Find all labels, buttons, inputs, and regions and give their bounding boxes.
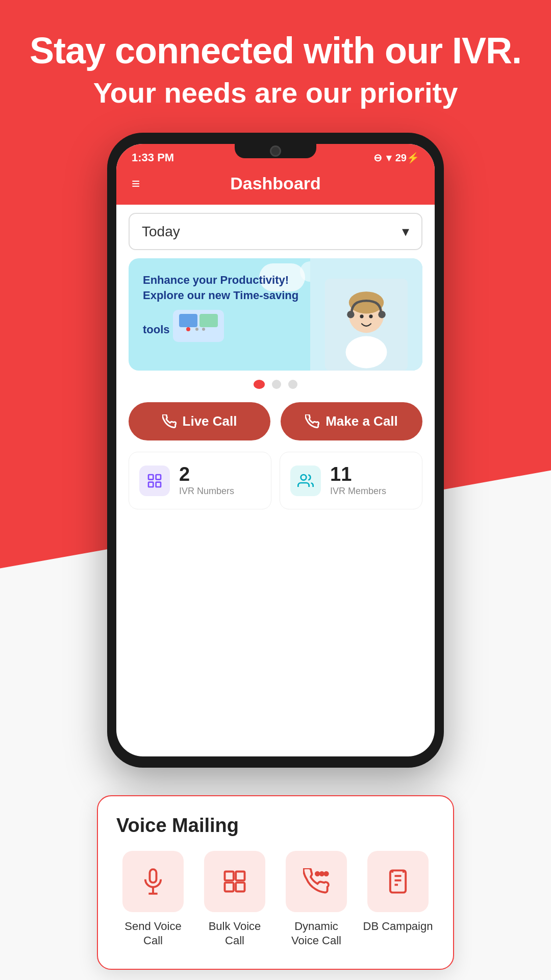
- ivr-members-label: IVR Members: [330, 486, 386, 497]
- stat-ivr-members: 11 IVR Members: [280, 452, 422, 509]
- ivr-members-count: 11: [330, 464, 386, 484]
- svg-rect-13: [148, 475, 153, 479]
- phone-screen: 1:33 PM ⊖ ▾ 29⚡ ≡ Dashboard Today ▾: [116, 144, 435, 756]
- vm-dynamic-voice-call[interactable]: Dynamic Voice Call: [280, 851, 353, 948]
- ivr-numbers-count: 2: [179, 464, 234, 484]
- svg-point-17: [301, 475, 307, 480]
- db-campaign-label: DB Campaign: [363, 919, 433, 934]
- battery-icon: 29⚡: [395, 152, 419, 164]
- bulk-voice-call-icon: [204, 851, 265, 912]
- dnd-icon: ⊖: [373, 152, 382, 164]
- svg-point-2: [186, 327, 190, 331]
- voice-mailing-section: Voice Mailing Send Voice Call: [97, 795, 454, 970]
- banner-image: [310, 258, 422, 371]
- svg-rect-15: [148, 482, 153, 486]
- dot-2[interactable]: [272, 380, 281, 389]
- svg-point-6: [346, 336, 387, 369]
- wifi-icon: ▾: [386, 152, 391, 164]
- voice-mailing-grid: Send Voice Call Bulk Voice Call: [116, 851, 435, 948]
- svg-rect-1: [199, 314, 218, 327]
- svg-point-12: [369, 314, 372, 318]
- svg-rect-14: [156, 475, 161, 479]
- dropdown-value: Today: [142, 224, 180, 240]
- live-call-label: Live Call: [183, 413, 237, 429]
- hero-section: Stay connected with our IVR. Your needs …: [0, 31, 551, 109]
- svg-rect-0: [179, 314, 197, 327]
- hero-line1: Stay connected with our IVR.: [20, 31, 531, 71]
- svg-point-9: [347, 311, 354, 318]
- svg-point-26: [316, 872, 319, 875]
- svg-point-10: [378, 311, 385, 318]
- bulk-voice-call-label: Bulk Voice Call: [198, 919, 271, 948]
- dynamic-voice-call-label: Dynamic Voice Call: [280, 919, 353, 948]
- voice-mailing-card: Voice Mailing Send Voice Call: [97, 795, 454, 970]
- hero-line2: Your needs are our priority: [20, 76, 531, 109]
- app-title: Dashboard: [230, 174, 321, 193]
- svg-rect-22: [225, 883, 234, 891]
- dot-3[interactable]: [288, 380, 297, 389]
- send-voice-call-icon: [122, 851, 184, 912]
- vm-db-campaign[interactable]: DB Campaign: [361, 851, 435, 948]
- dynamic-voice-call-icon: [286, 851, 347, 912]
- stats-row: 2 IVR Numbers 11: [129, 452, 422, 509]
- svg-rect-20: [225, 871, 234, 880]
- ivr-numbers-info: 2 IVR Numbers: [179, 464, 234, 497]
- svg-point-24: [320, 872, 324, 875]
- svg-point-3: [195, 328, 198, 331]
- ivr-numbers-icon: [139, 465, 170, 496]
- db-campaign-icon: [367, 851, 429, 912]
- ivr-members-icon: [290, 465, 321, 496]
- ivr-members-info: 11 IVR Members: [330, 464, 386, 497]
- svg-rect-21: [236, 871, 244, 880]
- svg-point-11: [360, 314, 363, 318]
- chevron-down-icon: ▾: [402, 223, 409, 240]
- hamburger-icon[interactable]: ≡: [132, 176, 140, 192]
- ivr-numbers-label: IVR Numbers: [179, 486, 234, 497]
- carousel-dots: [116, 371, 435, 394]
- phone-notch: [235, 144, 316, 158]
- svg-point-4: [202, 328, 205, 331]
- svg-rect-27: [390, 870, 406, 892]
- svg-rect-23: [236, 883, 244, 891]
- send-voice-call-label: Send Voice Call: [116, 919, 190, 948]
- status-time: 1:33 PM: [132, 151, 174, 164]
- banner-text: Enhance your Productivity! Explore our n…: [129, 258, 310, 371]
- phone-mockup: 1:33 PM ⊖ ▾ 29⚡ ≡ Dashboard Today ▾: [107, 133, 444, 768]
- svg-point-25: [324, 872, 328, 875]
- promo-banner: Enhance your Productivity! Explore our n…: [129, 258, 422, 371]
- banner-icon: [173, 310, 224, 342]
- date-dropdown[interactable]: Today ▾: [129, 213, 422, 250]
- dot-1[interactable]: [254, 380, 265, 389]
- vm-send-voice-call[interactable]: Send Voice Call: [116, 851, 190, 948]
- action-buttons: Live Call Make a Call: [116, 394, 435, 449]
- status-icons: ⊖ ▾ 29⚡: [373, 152, 419, 164]
- svg-rect-16: [156, 482, 161, 486]
- phone-outer: 1:33 PM ⊖ ▾ 29⚡ ≡ Dashboard Today ▾: [107, 133, 444, 768]
- phone-camera: [270, 145, 281, 157]
- live-call-button[interactable]: Live Call: [129, 402, 270, 440]
- svg-point-8: [349, 291, 384, 313]
- stat-ivr-numbers: 2 IVR Numbers: [129, 452, 271, 509]
- app-bar: ≡ Dashboard: [116, 168, 435, 205]
- dropdown-wrapper: Today ▾: [116, 205, 435, 258]
- voice-mailing-title: Voice Mailing: [116, 815, 435, 837]
- make-call-button[interactable]: Make a Call: [281, 402, 422, 440]
- vm-bulk-voice-call[interactable]: Bulk Voice Call: [198, 851, 271, 948]
- make-call-label: Make a Call: [325, 413, 398, 429]
